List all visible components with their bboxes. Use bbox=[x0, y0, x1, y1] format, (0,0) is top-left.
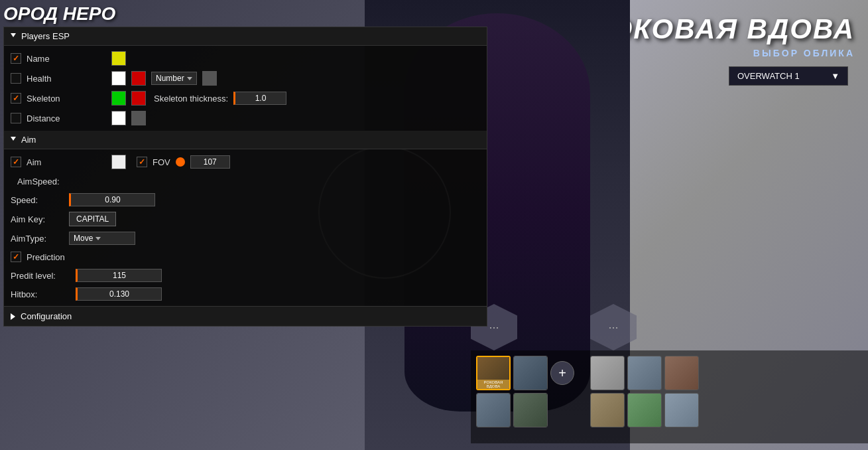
add-character-button[interactable]: + bbox=[550, 361, 574, 385]
char-thumb-r3[interactable] bbox=[664, 356, 699, 390]
distance-checkbox[interactable] bbox=[11, 113, 21, 123]
aim-checkbox[interactable] bbox=[11, 157, 21, 167]
hex-dots-1: ··· bbox=[489, 321, 499, 335]
char-thumb-b3[interactable] bbox=[590, 393, 625, 427]
hex-container: ··· ··· bbox=[471, 304, 637, 350]
predit-level-label: Predit level: bbox=[11, 271, 70, 281]
char-label-widowmaker: РОКОВАЯ ВДОВА bbox=[477, 380, 509, 389]
skeleton-red-swatch[interactable] bbox=[131, 91, 146, 106]
predit-level-row: Predit level: bbox=[4, 266, 487, 285]
aimtype-arrow bbox=[95, 237, 101, 240]
health-checkbox[interactable] bbox=[11, 73, 21, 84]
aimkey-label: Aim Key: bbox=[11, 214, 64, 224]
aimtype-dropdown[interactable]: Move bbox=[69, 232, 135, 245]
distance-white-swatch[interactable] bbox=[111, 111, 126, 125]
skeleton-label: Skeleton bbox=[27, 94, 106, 104]
health-gray-swatch[interactable] bbox=[202, 71, 217, 86]
skeleton-thickness-input[interactable] bbox=[233, 92, 286, 105]
aimtype-row: AimType: Move bbox=[4, 229, 487, 248]
name-checkbox[interactable] bbox=[11, 53, 21, 64]
fov-checkbox[interactable] bbox=[137, 157, 147, 167]
aimspeed-label: AimSpeed: bbox=[11, 177, 60, 187]
char-row-1: РОКОВАЯ ВДОВА + bbox=[476, 356, 863, 390]
main-panel: Players ESP Name Health Number Skeleton bbox=[3, 27, 487, 327]
distance-gray-swatch[interactable] bbox=[131, 111, 146, 125]
distance-label: Distance bbox=[27, 113, 106, 123]
skeleton-row: Skeleton Skeleton thickness: bbox=[4, 88, 487, 108]
character-select-bar: РОКОВАЯ ВДОВА + bbox=[471, 350, 868, 443]
players-esp-content: Name Health Number Skeleton Skeleton thi… bbox=[4, 46, 487, 131]
char-thumb-widowmaker[interactable]: РОКОВАЯ ВДОВА bbox=[476, 356, 511, 390]
ow-dropdown-label: OVERWATCH 1 bbox=[737, 71, 800, 81]
players-esp-label: Players ESP bbox=[21, 31, 70, 41]
prediction-checkbox[interactable] bbox=[11, 252, 21, 262]
speed-row: Speed: bbox=[4, 190, 487, 209]
hex-dots-2: ··· bbox=[608, 321, 618, 335]
predit-level-input[interactable] bbox=[76, 269, 162, 282]
health-red-swatch[interactable] bbox=[131, 71, 146, 86]
health-dropdown-arrow bbox=[187, 77, 192, 80]
configuration-label: Configuration bbox=[21, 311, 72, 321]
prediction-row: Prediction bbox=[4, 248, 487, 266]
aim-collapse-icon bbox=[11, 137, 16, 143]
skeleton-checkbox[interactable] bbox=[11, 93, 21, 104]
skeleton-thickness-label: Skeleton thickness: bbox=[154, 94, 228, 104]
ow-dropdown-arrow: ▼ bbox=[831, 71, 839, 81]
aimkey-button[interactable]: CAPITAL bbox=[69, 212, 116, 226]
aim-label: Aim bbox=[27, 157, 106, 167]
aim-row: Aim FOV bbox=[4, 152, 487, 172]
health-number-label: Number bbox=[156, 74, 184, 83]
name-color-swatch[interactable] bbox=[111, 51, 126, 66]
game-title: РОКОВАЯ ВДОВА bbox=[591, 13, 855, 45]
char-thumb-b1[interactable] bbox=[476, 393, 511, 427]
char-thumb-r2[interactable] bbox=[627, 356, 662, 390]
configuration-row[interactable]: Configuration bbox=[4, 306, 487, 326]
hitbox-input[interactable] bbox=[76, 287, 162, 301]
char-thumb-r1[interactable] bbox=[590, 356, 625, 390]
aim-section-header[interactable]: Aim bbox=[4, 131, 487, 149]
hitbox-row: Hitbox: bbox=[4, 285, 487, 303]
health-white-swatch[interactable] bbox=[111, 71, 126, 86]
fov-indicator bbox=[176, 157, 185, 167]
fov-input[interactable] bbox=[190, 155, 230, 169]
name-label: Name bbox=[27, 54, 106, 64]
distance-row: Distance bbox=[4, 108, 487, 128]
aimtype-value: Move bbox=[74, 234, 93, 243]
hitbox-label: Hitbox: bbox=[11, 289, 70, 299]
health-number-dropdown[interactable]: Number bbox=[151, 72, 197, 85]
overwatch-dropdown[interactable]: OVERWATCH 1 ▼ bbox=[729, 66, 848, 86]
aim-section-label: Aim bbox=[21, 135, 36, 145]
char-thumb-b2[interactable] bbox=[513, 393, 548, 427]
players-esp-header[interactable]: Players ESP bbox=[4, 27, 487, 46]
aim-white-swatch[interactable] bbox=[111, 155, 126, 169]
app-title: ОРОД НЕРО bbox=[3, 3, 115, 25]
health-row: Health Number bbox=[4, 68, 487, 88]
name-row: Name bbox=[4, 48, 487, 68]
aimspeed-label-row: AimSpeed: bbox=[4, 172, 487, 190]
prediction-label: Prediction bbox=[27, 252, 65, 262]
health-label: Health bbox=[27, 74, 106, 84]
char-thumb-b4[interactable] bbox=[627, 393, 662, 427]
skeleton-green-swatch[interactable] bbox=[111, 91, 126, 106]
char-thumb-2[interactable] bbox=[513, 356, 548, 390]
game-subtitle: ВЫБОР ОБЛИКА bbox=[753, 48, 855, 58]
aimkey-row: Aim Key: CAPITAL bbox=[4, 209, 487, 229]
fov-label: FOV bbox=[153, 157, 170, 167]
hex-button-2[interactable]: ··· bbox=[590, 304, 637, 350]
aim-content: Aim FOV AimSpeed: Speed: Aim Key: CAPITA… bbox=[4, 149, 487, 306]
aimtype-label: AimType: bbox=[11, 234, 64, 244]
configuration-expand-icon bbox=[11, 313, 15, 320]
char-thumb-b5[interactable] bbox=[664, 393, 699, 427]
players-esp-collapse-icon bbox=[11, 33, 16, 40]
speed-label: Speed: bbox=[11, 195, 64, 205]
speed-input[interactable] bbox=[69, 193, 155, 206]
char-row-2 bbox=[476, 393, 863, 427]
